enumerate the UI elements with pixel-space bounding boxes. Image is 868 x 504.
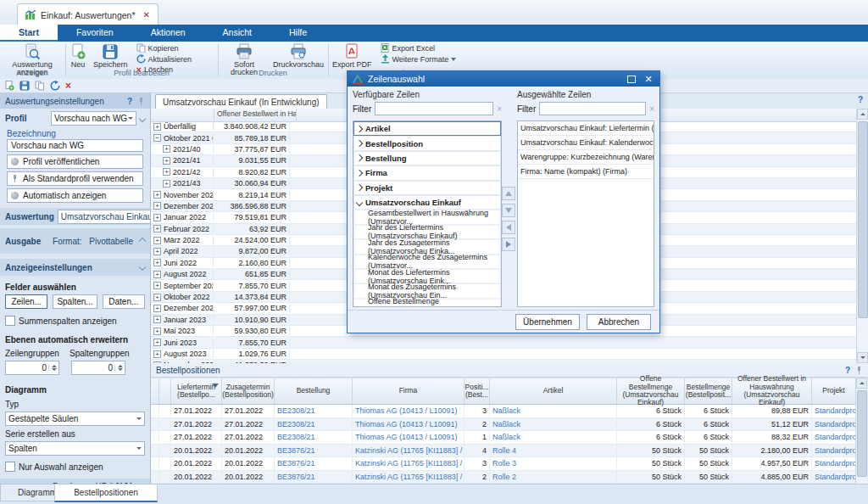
document-tab[interactable]: Einkauf: Auswertungen* ✕ xyxy=(17,3,159,25)
pivot-vertical-scrollbar[interactable] xyxy=(856,109,868,363)
scroll-up-icon[interactable] xyxy=(857,109,868,120)
close-icon[interactable]: ✕ xyxy=(143,10,150,20)
tree-child-item[interactable]: Gesamtbestellwert in Hauswährung (Umsatz… xyxy=(353,210,501,224)
scroll-up-icon[interactable] xyxy=(856,378,867,389)
list-item[interactable]: Umsatzvorschau Einkauf: Liefertermin (Um… xyxy=(518,121,654,136)
table-row[interactable]: 20.01.202220.01.2022BE3876/21Katzinski A… xyxy=(151,457,856,471)
expand-icon[interactable]: + xyxy=(153,271,161,278)
tree-item[interactable]: Firma xyxy=(353,165,501,180)
expand-icon[interactable]: + xyxy=(163,157,170,165)
tree-child-item[interactable]: Jahr des Liefertermins (Umsatzvorschau E… xyxy=(353,225,501,239)
col-header-bestellmenge[interactable]: Bestellmenge (Bestellposit... xyxy=(685,378,732,404)
expand-icon[interactable]: + xyxy=(153,294,161,301)
col-header-bestellung[interactable]: Bestellung xyxy=(275,378,353,404)
list-item[interactable]: Warengruppe: Kurzbezeichnung (Warengrupp… xyxy=(518,150,654,165)
help-icon[interactable]: ? xyxy=(858,95,863,104)
anzeigeeinstellungen-section[interactable]: Anzeigeeinstellungen xyxy=(0,259,150,276)
expand-icon[interactable]: + xyxy=(153,339,161,346)
refresh-icon[interactable] xyxy=(50,81,60,91)
expand-icon[interactable]: + xyxy=(153,259,161,266)
scrollbar-thumb[interactable] xyxy=(858,121,868,318)
expand-icon[interactable]: + xyxy=(153,214,161,221)
table-row[interactable]: 27.01.202227.01.2022BE2308/21Thiomas AG … xyxy=(151,431,856,445)
dialog-title-bar[interactable]: Zeilenauswahl ✕ xyxy=(348,71,659,87)
col-header-zusagetermin[interactable]: Zusagetermin (Bestellposition) xyxy=(222,378,275,404)
spaltengruppen-stepper[interactable]: 0 xyxy=(71,361,125,375)
close-icon[interactable]: ✕ xyxy=(643,74,654,84)
move-left-button[interactable] xyxy=(502,221,515,234)
expand-icon[interactable]: + xyxy=(163,180,170,188)
table-row[interactable]: 20.01.202220.01.2022BE3876/21Katzinski A… xyxy=(151,445,856,458)
export-pdf-button[interactable]: Export PDF xyxy=(329,42,376,69)
grid-vertical-scrollbar[interactable] xyxy=(855,378,867,501)
bezeichnung-input[interactable] xyxy=(7,139,143,152)
expand-icon[interactable]: + xyxy=(153,350,161,358)
col-header-projekt[interactable]: Projekt xyxy=(812,378,856,404)
tab-bestellpositionen[interactable]: Bestellpositionen xyxy=(54,484,158,502)
spin-down-icon[interactable] xyxy=(52,368,57,371)
abbrechen-button[interactable]: Abbrechen xyxy=(587,314,651,330)
delete-icon[interactable]: × xyxy=(65,80,71,92)
copy-icon[interactable] xyxy=(35,81,45,91)
clear-filter-icon[interactable]: × xyxy=(497,104,502,114)
uebernehmen-button[interactable]: Übernehmen xyxy=(515,314,580,330)
move-up-button[interactable] xyxy=(502,187,515,200)
scrollbar-thumb[interactable] xyxy=(857,390,867,477)
collapse-chevron-icon[interactable] xyxy=(139,115,146,121)
scroll-down-icon[interactable] xyxy=(857,352,868,363)
tree-item-expanded[interactable]: Umsatzvorschau Einkauf xyxy=(353,195,501,210)
available-filter-input[interactable] xyxy=(375,102,493,115)
export-excel-button[interactable]: Export Excel xyxy=(381,43,457,53)
tree-item[interactable]: Artikel xyxy=(353,121,501,136)
expand-icon[interactable]: + xyxy=(153,225,161,232)
pivot-column-header[interactable]: Offener Bestellwert in Haus... xyxy=(214,109,297,121)
pin-icon[interactable] xyxy=(855,367,863,374)
col-header-firma[interactable]: Firma xyxy=(353,378,465,404)
move-right-button[interactable] xyxy=(502,238,515,251)
collapse-icon[interactable]: − xyxy=(153,134,161,142)
pin-icon[interactable] xyxy=(137,98,145,105)
tree-child-item[interactable]: Jahr des Zusagetermins (Umsatzvorschau E… xyxy=(353,239,501,254)
nur-auswahl-checkbox[interactable] xyxy=(5,462,15,472)
tree-child-item[interactable]: Monat des Liefertermins (Umsatzvorschau … xyxy=(353,269,501,283)
kopieren-button[interactable]: Kopieren xyxy=(136,43,192,53)
daten-button[interactable]: Daten... xyxy=(103,294,145,309)
save-icon[interactable] xyxy=(19,81,30,91)
expand-icon[interactable]: + xyxy=(153,202,161,210)
auswertung-select[interactable]: Umsatzvorschau Einkauf xyxy=(58,210,151,224)
expand-icon[interactable]: + xyxy=(153,123,161,131)
pivot-row[interactable]: +August 20231.029,76 EUR xyxy=(151,349,856,360)
zeilengruppen-stepper[interactable]: 0 xyxy=(5,361,59,375)
tree-item[interactable]: Bestellung xyxy=(353,151,501,165)
pivot-row[interactable]: +Juni 20237.855,70 EUR xyxy=(151,337,856,348)
new-page-icon[interactable] xyxy=(4,81,14,91)
expand-icon[interactable]: + xyxy=(163,145,170,153)
expand-icon[interactable]: + xyxy=(163,168,170,176)
pivot-tab[interactable]: Umsatzvorschau Einkauf (In Entwicklung) xyxy=(155,94,327,109)
ribbon-tab-start[interactable]: Start xyxy=(0,25,58,42)
selected-filter-input[interactable] xyxy=(539,102,646,115)
help-icon[interactable]: ? xyxy=(845,366,850,375)
tree-child-item[interactable]: Monat des Zusagetermins (Umsatzvorschau … xyxy=(353,283,501,298)
col-header-position[interactable]: Positi... (Best... xyxy=(465,378,490,404)
expand-icon[interactable]: + xyxy=(153,237,161,244)
table-row[interactable]: 27.01.202227.01.2022BE2308/21Thiomas AG … xyxy=(151,418,856,432)
weitere-formate-button[interactable]: Weitere Formate xyxy=(381,54,457,64)
col-header-offener-wert[interactable]: Offener Bestellwert in Hauswährung (Umsa… xyxy=(732,378,812,404)
typ-select[interactable]: Gestapelte Säulen xyxy=(5,412,145,426)
move-down-button[interactable] xyxy=(502,204,515,217)
expand-icon[interactable]: + xyxy=(153,305,161,312)
tree-item[interactable]: Projekt xyxy=(353,181,501,195)
collapse-chevron-icon[interactable] xyxy=(139,238,146,244)
expand-icon[interactable]: + xyxy=(153,191,161,199)
spin-up-icon[interactable] xyxy=(118,365,123,367)
ribbon-tab-aktionen[interactable]: Aktionen xyxy=(132,25,204,42)
standardprofil-button[interactable]: Als Standardprofil verwenden xyxy=(7,171,143,186)
col-header-liefertermin[interactable]: Liefertermin (Bestellpo... xyxy=(171,378,222,404)
list-item[interactable]: Firma: Name (kompakt) (Firma) xyxy=(518,165,654,179)
spin-up-icon[interactable] xyxy=(52,365,57,367)
tree-item[interactable]: Bestellposition xyxy=(353,136,501,150)
col-header-offene-menge[interactable]: Offene Bestellmenge (Umsatzvorschau Eink… xyxy=(617,378,685,404)
clear-filter-icon[interactable]: × xyxy=(649,104,654,114)
zeilen-button[interactable]: Zeilen... xyxy=(5,294,47,309)
